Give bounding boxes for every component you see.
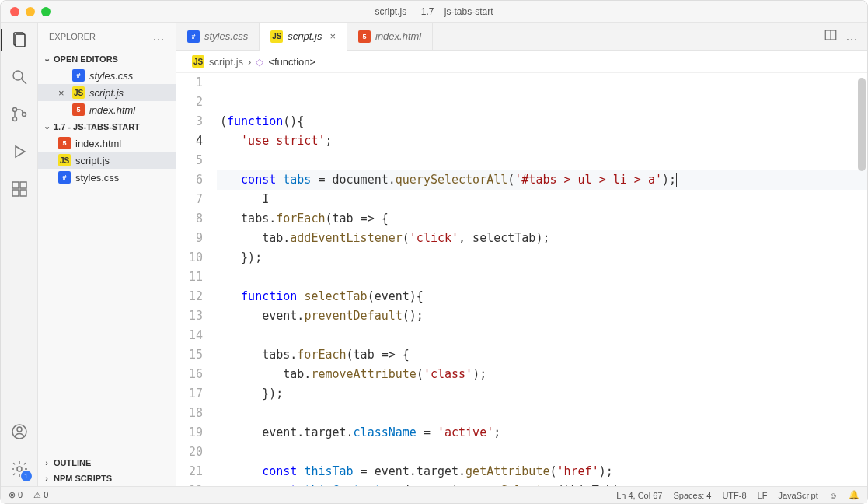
titlebar: script.js — 1.7 – js-tabs-start <box>1 1 867 23</box>
line-number-gutter: 12345678910111213141516171819202122 <box>176 73 217 486</box>
symbol-icon: ◇ <box>256 56 263 68</box>
status-eol[interactable]: LF <box>758 491 768 500</box>
svg-point-5 <box>12 117 16 121</box>
tab-label: index.html <box>375 30 421 42</box>
npm-scripts-header[interactable]: › NPM SCRIPTS <box>38 471 176 486</box>
close-icon[interactable]: × <box>58 87 68 99</box>
code-line[interactable]: 'use strict'; <box>217 131 867 151</box>
explorer-sidebar: EXPLORER … ⌄ OPEN EDITORS #styles.css×JS… <box>38 23 176 486</box>
split-editor-icon[interactable] <box>824 28 838 44</box>
editor-tab[interactable]: JSscript.js× <box>260 23 347 51</box>
file-name: script.js <box>89 87 124 99</box>
npm-scripts-label: NPM SCRIPTS <box>54 474 112 483</box>
file-name: styles.css <box>89 70 133 82</box>
status-warnings[interactable]: ⚠ 0 <box>33 490 48 500</box>
code-line[interactable]: I <box>217 190 867 209</box>
code-line[interactable]: event.preventDefault(); <box>217 306 867 326</box>
vertical-scrollbar[interactable] <box>858 78 866 171</box>
breadcrumb-file: script.js <box>209 56 243 68</box>
svg-marker-7 <box>16 146 25 157</box>
open-editor-item[interactable]: 5index.html <box>38 101 176 118</box>
code-line[interactable]: }); <box>217 384 867 404</box>
code-line[interactable]: function selectTab(event){ <box>217 287 867 306</box>
explorer-icon[interactable] <box>9 29 30 51</box>
editor-tab[interactable]: 5index.html <box>347 23 433 50</box>
chevron-down-icon: ⌄ <box>43 121 51 131</box>
svg-rect-9 <box>12 190 19 196</box>
code-line[interactable]: tab.addEventListener('click', selectTab)… <box>217 229 867 248</box>
code-line[interactable]: tabs.forEach(tab => { <box>217 209 867 229</box>
chevron-right-icon: › <box>43 458 51 467</box>
breadcrumb-symbol: <function> <box>268 56 315 68</box>
svg-point-13 <box>17 427 22 432</box>
code-line[interactable] <box>217 268 867 287</box>
svg-point-4 <box>12 108 16 112</box>
close-window-icon[interactable] <box>10 7 19 16</box>
file-name: styles.css <box>75 172 119 184</box>
close-icon[interactable]: × <box>329 30 336 42</box>
accounts-icon[interactable] <box>9 421 30 443</box>
status-language[interactable]: JavaScript <box>778 491 817 500</box>
svg-point-14 <box>17 467 22 471</box>
svg-rect-8 <box>12 182 19 188</box>
outline-header[interactable]: › OUTLINE <box>38 455 176 471</box>
code-content[interactable]: (function(){ 'use strict'; const tabs = … <box>217 73 867 486</box>
status-cursor-position[interactable]: Ln 4, Col 67 <box>616 491 662 500</box>
breadcrumb[interactable]: JS script.js › ◇ <function> <box>176 51 867 73</box>
maximize-window-icon[interactable] <box>41 7 51 16</box>
file-name: index.html <box>75 138 121 149</box>
search-icon[interactable] <box>9 66 30 88</box>
project-file-item[interactable]: JSscript.js <box>38 152 176 169</box>
settings-gear-icon[interactable]: 1 <box>9 458 30 480</box>
settings-badge: 1 <box>21 471 32 481</box>
file-name: script.js <box>75 155 110 166</box>
code-line[interactable]: (function(){ <box>217 112 867 131</box>
code-line[interactable]: }); <box>217 248 867 268</box>
code-line[interactable]: tab.removeAttribute('class'); <box>217 365 867 384</box>
status-encoding[interactable]: UTF-8 <box>722 491 746 500</box>
project-file-item[interactable]: #styles.css <box>38 169 176 186</box>
svg-line-3 <box>22 79 26 84</box>
status-errors[interactable]: ⊗ 0 <box>9 490 23 500</box>
svg-point-2 <box>13 71 23 80</box>
feedback-icon[interactable]: ☺ <box>829 491 838 500</box>
code-line[interactable]: const thisTab = event.target.getAttribut… <box>217 462 867 481</box>
editor-tabbar: #styles.cssJSscript.js×5index.html … <box>176 23 867 51</box>
outline-label: OUTLINE <box>54 458 91 467</box>
svg-rect-1 <box>16 34 25 47</box>
project-file-item[interactable]: 5index.html <box>38 135 176 152</box>
status-indent[interactable]: Spaces: 4 <box>673 491 711 500</box>
code-line[interactable]: tabs.forEach(tab => { <box>217 345 867 365</box>
status-bar: ⊗ 0 ⚠ 0 Ln 4, Col 67 Spaces: 4 UTF-8 LF … <box>1 486 867 503</box>
explorer-header: EXPLORER … <box>38 23 176 51</box>
notifications-icon[interactable]: 🔔 <box>849 490 859 500</box>
code-editor[interactable]: 12345678910111213141516171819202122 (fun… <box>176 73 867 486</box>
traffic-lights <box>1 7 51 16</box>
svg-rect-10 <box>20 190 26 196</box>
css-file-icon: # <box>72 69 85 82</box>
html-file-icon: 5 <box>58 137 71 149</box>
run-debug-icon[interactable] <box>9 141 30 163</box>
explorer-more-icon[interactable]: … <box>152 30 165 43</box>
minimize-window-icon[interactable] <box>26 7 35 16</box>
open-editor-item[interactable]: ×JSscript.js <box>38 84 176 101</box>
code-line[interactable] <box>217 443 867 462</box>
open-editor-item[interactable]: #styles.css <box>38 67 176 84</box>
open-editors-header[interactable]: ⌄ OPEN EDITORS <box>38 51 176 67</box>
code-line[interactable]: const thisContent = document.querySelect… <box>217 481 867 486</box>
breadcrumb-separator: › <box>248 56 251 68</box>
tab-label: styles.css <box>204 30 248 42</box>
extensions-icon[interactable] <box>9 178 30 200</box>
code-line[interactable] <box>217 151 867 170</box>
editor-tab[interactable]: #styles.css <box>176 23 260 50</box>
project-header[interactable]: ⌄ 1.7 - JS-TABS-START <box>38 118 176 135</box>
code-line[interactable]: const tabs = document.querySelectorAll('… <box>217 170 867 190</box>
js-file-icon: JS <box>270 30 283 43</box>
editor-more-icon[interactable]: … <box>845 30 858 43</box>
code-line[interactable]: event.target.className = 'active'; <box>217 423 867 443</box>
code-line[interactable] <box>217 326 867 345</box>
js-file-icon: JS <box>192 55 204 68</box>
js-file-icon: JS <box>72 86 85 99</box>
code-line[interactable] <box>217 404 867 423</box>
source-control-icon[interactable] <box>9 103 30 125</box>
